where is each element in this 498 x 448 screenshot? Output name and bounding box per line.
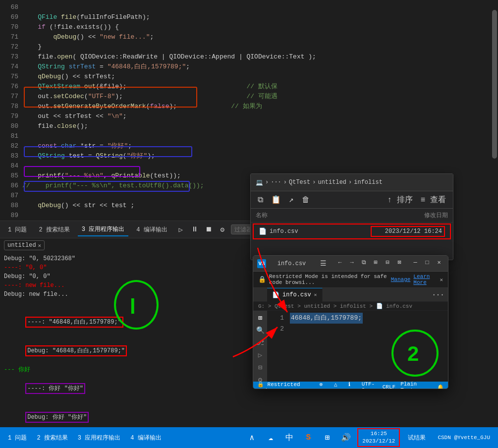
monitor-icon: ⊞: [320, 430, 334, 445]
tab-compile-output[interactable]: 4 编译输出: [132, 224, 171, 236]
output-line: Debug: "0, 50232368": [4, 254, 249, 263]
forward-btn[interactable]: →: [347, 258, 357, 268]
explorer-breadcrumb: 💻 › ··· › QtTest › untitled › infolist: [251, 174, 453, 191]
vscode-window: VS info.csv ☰ ← → ⧉ ⊞ ⊟ ⊠ ─ □ ✕ 🔒 Restri…: [253, 255, 448, 389]
tab-label: info.csv: [282, 291, 311, 298]
files-icon[interactable]: ⊞: [255, 314, 266, 322]
taskbar-clock[interactable]: 16:25 2023/12/12: [357, 428, 400, 448]
vscode-title: info.csv: [270, 260, 313, 267]
vscode-titlebar: VS info.csv ☰ ← → ⧉ ⊞ ⊟ ⊠ ─ □ ✕: [253, 256, 448, 272]
scrollbar-thumb[interactable]: [492, 10, 497, 159]
minimize-btn[interactable]: ─: [410, 258, 420, 268]
close-btn[interactable]: ✕: [434, 258, 444, 268]
col-name: 名称: [256, 211, 374, 220]
restricted-status[interactable]: 🔒 Restricted Mode: [257, 381, 315, 390]
split-btn[interactable]: ⧉: [359, 258, 369, 268]
taskbar-appoutput[interactable]: 3 应用程序输出: [74, 433, 124, 443]
untitled-tab[interactable]: untitled ✕: [4, 240, 45, 250]
highlight-nihao: ----: 你好 "你好": [25, 383, 85, 394]
paste-btn[interactable]: 📋: [269, 194, 283, 206]
csdn-icon: S: [301, 430, 316, 445]
warnings-status[interactable]: △ 0: [334, 381, 343, 390]
settings-btn[interactable]: ⚙: [217, 224, 228, 235]
sort-btn[interactable]: ↑ 排序: [386, 194, 415, 206]
close-session-btn[interactable]: ✕: [38, 242, 42, 249]
explorer-header: 名称 修改日期: [251, 209, 453, 223]
taskbar-compile[interactable]: 4 编译输出: [126, 433, 165, 443]
breadcrumb-monitor-icon: 💻: [256, 179, 263, 186]
file-explorer: 💻 › ··· › QtTest › untitled › infolist ⧉…: [250, 173, 453, 260]
run-btn[interactable]: ▷: [175, 224, 186, 235]
stop-btn[interactable]: ⏹: [203, 224, 214, 235]
language-status[interactable]: Plain Text: [400, 381, 432, 389]
scroll-up-btn[interactable]: ∧: [244, 430, 259, 445]
output-line: --- 你好: [4, 365, 249, 374]
line-ending-status[interactable]: CRLF: [383, 384, 395, 389]
csv-content-1: 46848,白白,1579789;: [290, 313, 363, 324]
file-row[interactable]: 📄 info.csv 2023/12/12 16:24: [253, 224, 451, 239]
untitled-label: untitled: [7, 242, 36, 249]
maximize-btn[interactable]: □: [422, 258, 432, 268]
tab-search[interactable]: 2 搜索结果: [35, 224, 73, 236]
layout2-btn[interactable]: ⊟: [383, 258, 392, 268]
csv-line-2: 2: [272, 324, 443, 335]
sort-label: 排序: [397, 196, 413, 205]
delete-btn[interactable]: 🗑: [300, 194, 312, 206]
info-status[interactable]: ℹ 0: [348, 381, 357, 390]
cloud-icon: ☁: [263, 430, 278, 445]
taskbar-test-results[interactable]: 试结果: [404, 433, 430, 443]
volume-icon: 🔊: [338, 430, 353, 445]
code-scrollbar[interactable]: [491, 0, 498, 221]
layout3-btn[interactable]: ⊠: [394, 258, 404, 268]
pause-btn[interactable]: ⏸: [189, 224, 200, 235]
tab-problems[interactable]: 1 问题: [4, 224, 31, 236]
line-numbers: 6869707172 7374757677 7879808182 8384858…: [0, 0, 22, 221]
view-btn[interactable]: ≡ 查看: [419, 194, 448, 206]
clock-time: 16:25: [362, 430, 395, 438]
git-icon[interactable]: ⎇: [255, 338, 266, 347]
search-icon[interactable]: 🔍: [255, 326, 266, 335]
layout-btn[interactable]: ⊞: [371, 258, 381, 268]
problems-label: 1 问题: [8, 434, 27, 442]
breadcrumb-sep: ›: [312, 179, 316, 186]
output-highlight-row: ----: "46848,白白,1579789;": [4, 308, 249, 336]
title-action-btns: ← → ⧉ ⊞ ⊟ ⊠: [335, 258, 404, 270]
copy-btn[interactable]: ⧉: [256, 194, 265, 206]
notif-close-btn[interactable]: ✕: [440, 277, 443, 283]
tab-more-btn[interactable]: ···: [432, 289, 444, 301]
line-num-2: 2: [272, 324, 284, 335]
taskbar-search[interactable]: 2 搜索结果: [33, 433, 71, 443]
errors-status[interactable]: ⊗ 0: [320, 381, 329, 390]
output-highlight-row2: Debug: "46848,白白,1579789;": [4, 336, 249, 365]
vscode-code-area: ⊞ 🔍 ⎇ ▷ ⊟ ⚙ 1 46848,白白,1579789; 2: [253, 311, 448, 382]
breadcrumb-sep: ›: [348, 179, 352, 186]
learn-more-link[interactable]: Learn More: [413, 274, 437, 285]
breadcrumb-sep: ›: [265, 179, 269, 186]
output-highlight-row3: ----: 你好 "你好": [4, 374, 249, 403]
tab-close-btn[interactable]: ✕: [314, 292, 317, 298]
encoding-status[interactable]: UTF-8: [362, 381, 378, 389]
share-btn[interactable]: ↗: [287, 194, 296, 206]
line-num-1: 1: [272, 313, 284, 324]
notification-bar: 🔒 Restricted Mode is intended for safe c…: [253, 272, 448, 288]
file-modified: 2023/12/12 16:24: [371, 226, 445, 237]
debug-icon[interactable]: ▷: [255, 351, 266, 359]
taskbar-author: CSDN @Yvette_GJU: [434, 434, 494, 442]
tab-app-output[interactable]: 3 应用程序输出: [78, 223, 128, 236]
explorer-toolbar: ⧉ 📋 ↗ 🗑 ↑ 排序 ≡ 查看: [251, 191, 453, 209]
tab-infocsv[interactable]: 📄 info.csv ✕: [267, 288, 323, 302]
extensions-icon[interactable]: ⊟: [255, 363, 266, 372]
file-name: info.csv: [270, 228, 371, 235]
manage-link[interactable]: Manage: [391, 277, 411, 282]
panel-tabs: 1 问题 2 搜索结果 3 应用程序输出 4 编译输出 ▷ ⏸ ⏹ ⚙ ▲ ✕: [0, 221, 253, 238]
back-btn[interactable]: ←: [335, 258, 345, 268]
taskbar-problems[interactable]: 1 问题: [4, 433, 31, 443]
breadcrumb-untitled[interactable]: untitled: [318, 179, 346, 186]
highlight-46848-debug: Debug: "46848,白白,1579789;": [25, 345, 127, 356]
output-line: Debug: new file...: [4, 290, 249, 299]
hamburger-btn[interactable]: ☰: [317, 258, 329, 270]
breadcrumb-qttest[interactable]: QtTest: [289, 179, 310, 186]
activity-bar: ⊞ 🔍 ⎇ ▷ ⊟ ⚙: [253, 311, 267, 382]
mic-icon: 中: [282, 430, 297, 445]
breadcrumb-infolist[interactable]: infolist: [354, 179, 383, 186]
